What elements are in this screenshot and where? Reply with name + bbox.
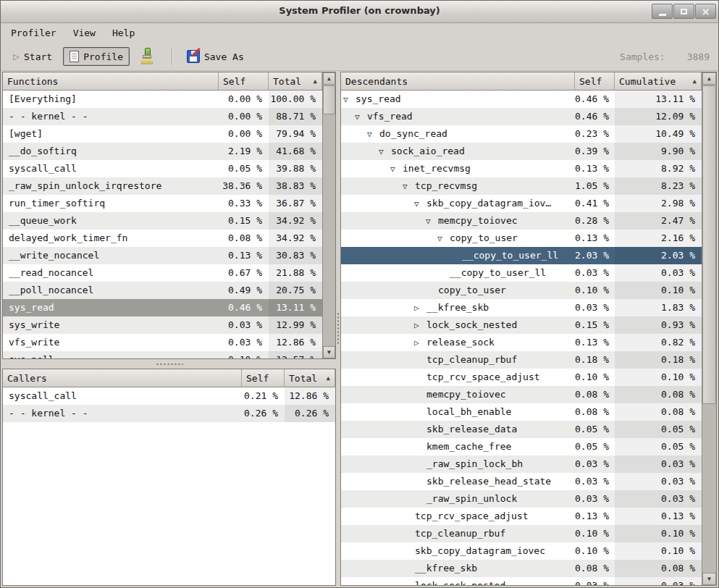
tree-row[interactable]: memcpy_toiovec0.08 %0.08 % [341, 386, 702, 403]
horizontal-splitter[interactable] [2, 359, 336, 369]
tree-row[interactable]: ▽skb_copy_datagram_iov…0.41 %2.98 % [341, 195, 702, 212]
table-row[interactable]: vfs_write0.03 %12.86 % [3, 334, 322, 351]
callers-self-column-header[interactable]: Self [242, 369, 285, 387]
table-row[interactable]: _raw_spin_unlock_irqrestore38.36 %38.83 … [3, 177, 322, 195]
expander-collapsed-icon[interactable]: ▷ [414, 300, 426, 316]
tree-row[interactable]: ▽tcp_recvmsg1.05 %8.23 % [341, 177, 702, 195]
tree-row[interactable]: tcp_rcv_space_adjust0.10 %0.10 % [341, 369, 702, 386]
table-row[interactable]: sys_read0.46 %13.11 % [3, 299, 322, 316]
functions-self-column-header[interactable]: Self [219, 72, 269, 91]
tree-row[interactable]: tcp_rcv_space_adjust0.13 %0.13 % [341, 508, 702, 525]
scrollbar-thumb[interactable] [702, 85, 716, 404]
tree-row[interactable]: ▽memcpy_toiovec0.28 %2.47 % [341, 212, 702, 230]
functions-column-header[interactable]: Functions [3, 72, 219, 91]
tree-row[interactable]: skb_copy_datagram_iovec0.10 %0.10 % [341, 542, 702, 560]
table-row[interactable]: delayed_work_timer_fn0.08 %34.92 % [3, 230, 322, 247]
reset-button[interactable] [130, 44, 164, 70]
descendants-column-header[interactable]: Descendants [341, 72, 575, 91]
expander-open-icon[interactable]: ▽ [414, 196, 426, 212]
table-row[interactable]: [Everything]0.00 %100.00 % [3, 91, 322, 108]
tree-row[interactable]: tcp_cleanup_rbuf0.10 %0.10 % [341, 525, 702, 542]
descendants-cumulative-column-header[interactable]: Cumulative▲ [615, 72, 702, 91]
tree-row[interactable]: kmem_cache_free0.05 %0.05 % [341, 438, 702, 455]
callers-total-column-header[interactable]: Total▲ [285, 369, 335, 387]
start-button[interactable]: ▷ Start [7, 48, 59, 66]
table-row[interactable]: __do_softirq2.19 %41.68 % [3, 143, 322, 160]
scroll-down-icon[interactable]: ▼ [702, 573, 716, 585]
expander-open-icon[interactable]: ▽ [437, 230, 450, 247]
save-as-button-label: Save As [204, 51, 244, 62]
tree-row[interactable]: __kfree_skb0.08 %0.08 % [341, 560, 702, 577]
total-percent: 38.83 % [269, 177, 322, 195]
tree-row[interactable]: ▽copy_to_user0.13 %2.16 % [341, 230, 702, 247]
table-row[interactable]: syscall_call0.05 %39.88 % [3, 160, 322, 177]
callers-column-header[interactable]: Callers [3, 369, 242, 387]
scroll-down-icon[interactable]: ▼ [323, 346, 335, 358]
table-row[interactable]: sys_write0.03 %12.99 % [3, 316, 322, 334]
tree-row[interactable]: __copy_to_user_ll2.03 %2.03 % [341, 247, 702, 264]
tree-row[interactable]: ▷lock_sock_nested0.15 %0.93 % [341, 316, 702, 334]
tree-row[interactable]: ▽sock_aio_read0.39 %9.90 % [341, 143, 702, 160]
tree-row[interactable]: ▷release_sock0.13 %0.82 % [341, 334, 702, 351]
scroll-up-icon[interactable]: ▲ [702, 72, 716, 85]
table-row[interactable]: __poll_nocancel0.49 %20.75 % [3, 282, 322, 299]
descendants-self-column-header[interactable]: Self [575, 72, 615, 91]
total-percent: 34.92 % [269, 230, 322, 247]
expander-open-icon[interactable]: ▽ [367, 126, 379, 143]
table-row[interactable]: syscall_call0.21 %12.86 % [3, 387, 335, 405]
tree-row[interactable]: ▷__kfree_skb0.03 %1.83 % [341, 299, 702, 316]
tree-row[interactable]: local_bh_enable0.08 %0.08 % [341, 403, 702, 421]
tree-row[interactable]: lock_sock_nested0.03 %0.03 % [341, 577, 702, 585]
descendants-scrollbar[interactable]: ▲ ▼ [702, 72, 716, 585]
tree-row[interactable]: copy_to_user0.10 %0.10 % [341, 282, 702, 299]
tree-row[interactable]: tcp_cleanup_rbuf0.18 %0.18 % [341, 351, 702, 369]
tree-row[interactable]: ▽inet_recvmsg0.13 %8.92 % [341, 160, 702, 177]
scroll-up-icon[interactable]: ▲ [323, 72, 335, 85]
function-name: __copy_to_user_ll [341, 264, 575, 282]
maximize-button[interactable] [673, 4, 694, 19]
cumulative-percent: 8.23 % [615, 177, 702, 195]
profile-toggle-button[interactable]: Profile [63, 47, 130, 66]
table-row[interactable]: __write_nocancel0.13 %30.83 % [3, 247, 322, 264]
expander-open-icon[interactable]: ▽ [426, 213, 438, 230]
expander-open-icon[interactable]: ▽ [390, 161, 403, 177]
menu-view[interactable]: View [72, 26, 97, 40]
expander-open-icon[interactable]: ▽ [355, 109, 367, 125]
tree-row[interactable]: _raw_spin_unlock0.03 %0.03 % [341, 490, 702, 508]
table-row[interactable]: - - kernel - -0.26 %0.26 % [3, 405, 335, 422]
self-percent: 0.10 % [575, 369, 615, 386]
function-name: skb_release_head_state [341, 473, 575, 490]
tree-row[interactable]: skb_release_head_state0.03 %0.03 % [341, 473, 702, 490]
tree-row[interactable]: ▽vfs_read0.46 %12.09 % [341, 108, 702, 125]
save-as-button[interactable]: Save As [180, 46, 251, 67]
tree-row[interactable]: __copy_to_user_ll0.03 %0.03 % [341, 264, 702, 282]
cumulative-percent: 0.93 % [615, 316, 702, 334]
scrollbar-thumb[interactable] [323, 85, 335, 114]
self-percent: 0.15 % [575, 316, 615, 334]
menu-help[interactable]: Help [111, 26, 136, 40]
table-row[interactable]: [wget]0.00 %79.94 % [3, 125, 322, 143]
expander-open-icon[interactable]: ▽ [379, 143, 391, 160]
total-percent: 34.92 % [269, 212, 322, 230]
close-button[interactable]: × [695, 4, 716, 19]
menu-profiler[interactable]: Profiler [9, 26, 58, 40]
titlebar[interactable]: System Profiler (on crownbay) × [1, 1, 718, 23]
expander-collapsed-icon[interactable]: ▷ [414, 317, 426, 334]
expander-open-icon[interactable]: ▽ [343, 91, 356, 108]
self-percent: 38.36 % [219, 177, 269, 195]
functions-scrollbar[interactable]: ▲ ▼ [322, 72, 335, 358]
tree-row[interactable]: skb_release_data0.05 %0.05 % [341, 421, 702, 438]
table-row[interactable]: sys_poll0.10 %12.57 % [3, 351, 322, 358]
tree-row[interactable]: ▽do_sync_read0.23 %10.49 % [341, 125, 702, 143]
tree-row[interactable]: ▽sys_read0.46 %13.11 % [341, 91, 702, 108]
minimize-button[interactable] [652, 4, 673, 19]
expander-open-icon[interactable]: ▽ [403, 178, 415, 195]
table-row[interactable]: - - kernel - -0.00 %88.71 % [3, 108, 322, 125]
expander-collapsed-icon[interactable]: ▷ [414, 335, 426, 351]
table-row[interactable]: __queue_work0.15 %34.92 % [3, 212, 322, 230]
function-name-label: tcp_cleanup_rbuf [426, 354, 517, 365]
table-row[interactable]: __read_nocancel0.67 %21.88 % [3, 264, 322, 282]
table-row[interactable]: run_timer_softirq0.33 %36.87 % [3, 195, 322, 212]
functions-total-column-header[interactable]: Total▲ [269, 72, 322, 91]
tree-row[interactable]: _raw_spin_lock_bh0.03 %0.03 % [341, 455, 702, 473]
